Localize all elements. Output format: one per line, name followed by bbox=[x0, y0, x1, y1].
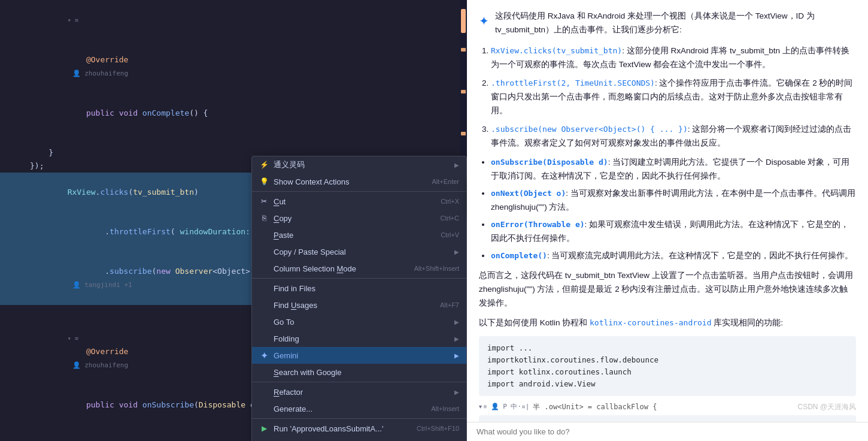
code-editor: ▾ ≡ @Override 👤 zhouhaifeng public void … bbox=[0, 0, 467, 441]
menu-item-copy[interactable]: ⎘ Copy Ctrl+C bbox=[252, 210, 466, 226]
shortcut-label: Alt+Insert bbox=[431, 405, 459, 412]
menu-item-label: Find Usages bbox=[274, 301, 317, 310]
menu-item-label: Paste bbox=[274, 231, 293, 240]
ai-point-1: RxView.clicks(tv_submit_btn): 这部分使用 RxAn… bbox=[491, 44, 856, 72]
ai-summary: 总而言之，这段代码在 tv_submit_btn TextView 上设置了一个… bbox=[479, 269, 856, 310]
menu-item-label: Go To bbox=[274, 318, 294, 327]
menu-item-label: Copy bbox=[274, 214, 292, 223]
submenu-arrow-icon: ▶ bbox=[454, 319, 459, 325]
author-badge: 👤 zhouhaifeng bbox=[72, 70, 128, 77]
paste-icon bbox=[259, 230, 269, 240]
ai-intro-text: 这段代码使用 RxJava 和 RxAndroid 来处理一个视图（具体来说是一… bbox=[495, 10, 856, 37]
menu-item-paste[interactable]: Paste Ctrl+V bbox=[252, 226, 466, 243]
folding-icon bbox=[259, 334, 269, 343]
menu-item-tongyi[interactable]: ⚡ 通义灵码 ▶ bbox=[252, 156, 466, 173]
menu-item-generate[interactable]: Generate... Alt+Insert bbox=[252, 400, 466, 417]
ai-body: RxView.clicks(tv_submit_btn): 这部分使用 RxAn… bbox=[479, 44, 856, 422]
code-block-imports: import ... importkotlinx.coroutines.flow… bbox=[479, 336, 856, 396]
code-line bbox=[0, 133, 467, 146]
scroll-marker bbox=[461, 48, 466, 52]
menu-item-folding[interactable]: Folding ▶ bbox=[252, 330, 466, 347]
menu-item-debug[interactable]: 🐛 Debug 'ApprovedLoansSubmitA...' bbox=[252, 437, 466, 441]
shortcut-label: Ctrl+C bbox=[441, 215, 459, 222]
copy-paste-icon bbox=[259, 247, 269, 256]
menu-item-gemini[interactable]: ✦ Gemini ▶ bbox=[252, 347, 466, 364]
scrollbar-thumb[interactable] bbox=[461, 9, 466, 33]
menu-item-label: Refactor bbox=[274, 388, 303, 397]
ai-subpoint-3: onError(Throwable e): 如果可观察流中发生错误，则调用此方法… bbox=[491, 218, 856, 246]
menu-item-find-files[interactable]: Find in Files bbox=[252, 280, 466, 297]
menu-item-label: Cut bbox=[274, 197, 286, 206]
shortcut-label: Alt+Shift+Insert bbox=[414, 265, 459, 272]
menu-item-cut[interactable]: ✂ Cut Ctrl+X bbox=[252, 193, 466, 210]
ai-input-bar bbox=[467, 422, 868, 441]
menu-item-run[interactable]: ▶ Run 'ApprovedLoansSubmitA...' Ctrl+Shi… bbox=[252, 420, 466, 437]
menu-item-column-selection[interactable]: Column Selection Mode Alt+Shift+Insert bbox=[252, 260, 466, 277]
author-badge: 👤 tangjindi +1 bbox=[72, 281, 132, 289]
menu-item-find-usages[interactable]: Find Usages Alt+F7 bbox=[252, 297, 466, 313]
gemini-icon: ✦ bbox=[259, 351, 269, 360]
menu-item-search-google[interactable]: Search with Google bbox=[252, 364, 466, 380]
copy-icon: ⎘ bbox=[259, 213, 269, 223]
find-icon bbox=[259, 283, 269, 293]
submenu-arrow-icon: ▶ bbox=[454, 352, 459, 359]
fold-icon: ▾ ≡ bbox=[68, 17, 78, 23]
tongyi-icon: ⚡ bbox=[259, 160, 269, 170]
lightbulb-icon: 💡 bbox=[259, 177, 269, 186]
shortcut-label: Ctrl+X bbox=[441, 198, 459, 205]
submenu-arrow-icon: ▶ bbox=[454, 249, 459, 255]
menu-separator bbox=[252, 418, 466, 419]
menu-item-go-to[interactable]: Go To ▶ bbox=[252, 313, 466, 330]
code-block-flow: lstener { awaitClose { setOnClickListene… bbox=[479, 415, 856, 422]
run-icon: ▶ bbox=[259, 424, 269, 433]
ai-point-2: .throttleFirst(2, TimeUnit.SECONDS): 这个操… bbox=[491, 77, 856, 118]
menu-item-label: Folding bbox=[274, 334, 299, 343]
column-icon bbox=[259, 264, 269, 273]
menu-separator bbox=[252, 191, 466, 192]
shortcut-label: Alt+F7 bbox=[440, 301, 459, 309]
menu-item-label: Copy / Paste Special bbox=[274, 247, 346, 256]
fold-mini-icon: ▾ ≡ bbox=[479, 401, 487, 412]
ai-panel: ✦ 这段代码使用 RxJava 和 RxAndroid 来处理一个视图（具体来说… bbox=[467, 0, 868, 441]
menu-item-label: 通义灵码 bbox=[274, 159, 305, 170]
ai-subpoint-1: onSubscribe(Disposable d): 当订阅建立时调用此方法。它… bbox=[491, 156, 856, 183]
ai-subpoint-2: onNext(Object o): 当可观察对象发出新事件时调用此方法，在本例中… bbox=[491, 187, 856, 215]
ai-chat-input[interactable] bbox=[477, 427, 858, 436]
submenu-arrow-icon: ▶ bbox=[454, 162, 459, 168]
code-line: @Override 👤 zhouhaifeng bbox=[0, 40, 467, 93]
generate-icon bbox=[259, 404, 269, 413]
ai-content-area: ✦ 这段代码使用 RxJava 和 RxAndroid 来处理一个视图（具体来说… bbox=[467, 0, 868, 422]
search-icon bbox=[259, 367, 269, 377]
menu-item-context-actions[interactable]: 💡 Show Context Actions Alt+Enter bbox=[252, 173, 466, 190]
menu-separator bbox=[252, 382, 466, 382]
menu-item-copy-paste-special[interactable]: Copy / Paste Special ▶ bbox=[252, 243, 466, 260]
menu-item-refactor[interactable]: Refactor ▶ bbox=[252, 383, 466, 400]
ai-points-list: RxView.clicks(tv_submit_btn): 这部分使用 RxAn… bbox=[479, 44, 856, 150]
ai-point-3: .subscribe(new Observer<Object>() { ... … bbox=[491, 123, 856, 150]
fold-icon: ▾ ≡ bbox=[68, 335, 78, 342]
menu-item-label: Run 'ApprovedLoansSubmitA...' bbox=[274, 424, 383, 433]
refactor-icon bbox=[259, 387, 269, 397]
gemini-star-icon: ✦ bbox=[479, 11, 489, 31]
find-usages-icon bbox=[259, 300, 269, 310]
menu-item-label: Generate... bbox=[274, 404, 312, 413]
annotation: @Override bbox=[68, 55, 129, 64]
ai-subpoints-list: onSubscribe(Disposable d): 当订阅建立时调用此方法。它… bbox=[479, 156, 856, 263]
menu-item-label: Search with Google bbox=[274, 368, 341, 377]
cut-icon: ✂ bbox=[259, 197, 269, 206]
submenu-arrow-icon: ▶ bbox=[454, 389, 459, 395]
context-menu: ⚡ 通义灵码 ▶ 💡 Show Context Actions Alt+Ente… bbox=[251, 156, 467, 441]
ai-intro: 这段代码使用 RxJava 和 RxAndroid 来处理一个视图（具体来说是一… bbox=[495, 11, 815, 34]
submenu-arrow-icon: ▶ bbox=[454, 336, 459, 342]
menu-separator bbox=[252, 278, 466, 279]
ai-followup: 以下是如何使用 Kotlin 协程和 kotlinx-coroutines-an… bbox=[479, 316, 856, 330]
ai-subpoint-4: onComplete(): 当可观察流完成时调用此方法。在这种情况下，它是空的，… bbox=[491, 249, 856, 263]
ai-header: ✦ 这段代码使用 RxJava 和 RxAndroid 来处理一个视图（具体来说… bbox=[479, 10, 856, 37]
shortcut-label: Ctrl+V bbox=[441, 231, 459, 238]
shortcut-label: Ctrl+Shift+F10 bbox=[417, 425, 459, 432]
shortcut-label: Alt+Enter bbox=[432, 178, 459, 185]
code-line: public void onComplete() { bbox=[0, 93, 467, 133]
menu-item-label: Find in Files bbox=[274, 284, 315, 293]
code-line: ▾ ≡ bbox=[0, 0, 467, 40]
goto-icon bbox=[259, 317, 269, 327]
